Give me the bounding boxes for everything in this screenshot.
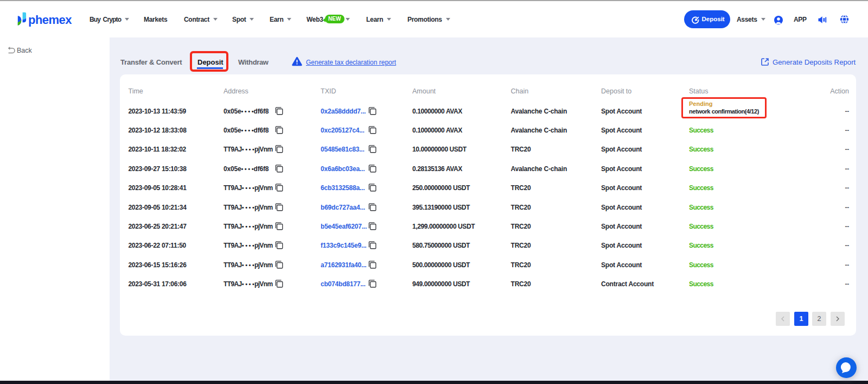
svg-text:phemex: phemex: [28, 13, 72, 27]
